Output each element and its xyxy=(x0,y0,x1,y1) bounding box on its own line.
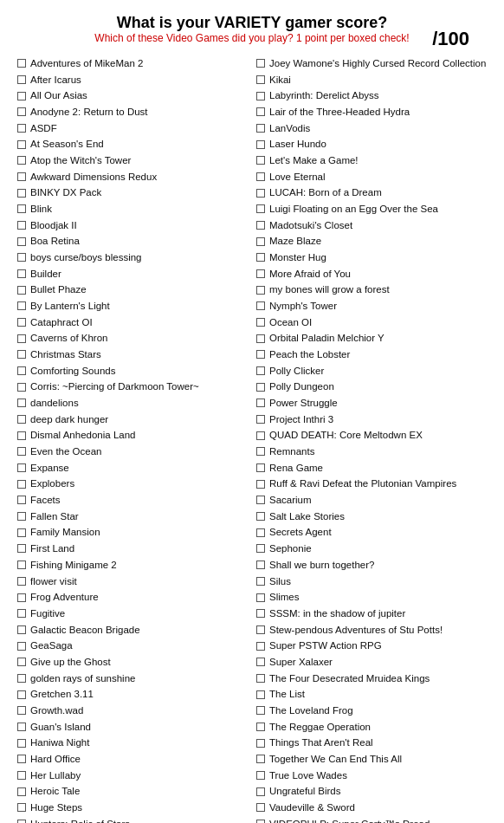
list-item[interactable]: Bullet Phaze xyxy=(17,282,248,297)
checkbox[interactable] xyxy=(256,301,265,310)
list-item[interactable]: my bones will grow a forest xyxy=(256,282,487,297)
checkbox[interactable] xyxy=(256,706,265,715)
checkbox[interactable] xyxy=(256,204,265,213)
checkbox[interactable] xyxy=(256,318,265,327)
checkbox[interactable] xyxy=(256,124,265,133)
list-item[interactable]: True Love Wades xyxy=(256,768,487,783)
list-item[interactable]: Adventures of MikeMan 2 xyxy=(17,56,248,71)
list-item[interactable]: Bloodjak II xyxy=(17,218,248,233)
list-item[interactable]: Joey Wamone's Highly Cursed Record Colle… xyxy=(256,56,487,71)
checkbox[interactable] xyxy=(256,787,265,796)
list-item[interactable]: Expanse xyxy=(17,461,248,476)
list-item[interactable]: Silus xyxy=(256,574,487,589)
list-item[interactable]: All Our Asias xyxy=(17,88,248,103)
checkbox[interactable] xyxy=(256,75,265,84)
list-item[interactable]: deep dark hunger xyxy=(17,412,248,427)
list-item[interactable]: Sacarium xyxy=(256,493,487,508)
checkbox[interactable] xyxy=(256,609,265,618)
checkbox[interactable] xyxy=(17,107,26,116)
list-item[interactable]: Family Mansion xyxy=(17,525,248,540)
list-item[interactable]: golden rays of sunshine xyxy=(17,671,248,686)
checkbox[interactable] xyxy=(256,755,265,763)
checkbox[interactable] xyxy=(256,577,265,586)
checkbox[interactable] xyxy=(256,107,265,116)
list-item[interactable]: Gretchen 3.11 xyxy=(17,687,248,702)
checkbox[interactable] xyxy=(17,820,26,823)
checkbox[interactable] xyxy=(17,609,26,618)
list-item[interactable]: Galactic Beacon Brigade xyxy=(17,623,248,638)
checkbox[interactable] xyxy=(17,221,26,230)
checkbox[interactable] xyxy=(17,480,26,489)
list-item[interactable]: Kikai xyxy=(256,73,487,87)
checkbox[interactable] xyxy=(17,124,26,133)
checkbox[interactable] xyxy=(17,739,26,748)
checkbox[interactable] xyxy=(256,820,265,823)
list-item[interactable]: Caverns of Khron xyxy=(17,331,248,346)
list-item[interactable]: Give up the Ghost xyxy=(17,655,248,670)
checkbox[interactable] xyxy=(17,431,26,440)
list-item[interactable]: Lair of the Three-Headed Hydra xyxy=(256,105,487,120)
checkbox[interactable] xyxy=(256,625,265,634)
list-item[interactable]: Monster Hug xyxy=(256,250,487,265)
checkbox[interactable] xyxy=(17,787,26,796)
checkbox[interactable] xyxy=(256,803,265,812)
checkbox[interactable] xyxy=(17,755,26,763)
list-item[interactable]: SSSM: in the shadow of jupiter xyxy=(256,606,487,621)
list-item[interactable]: Her Lullaby xyxy=(17,768,248,783)
checkbox[interactable] xyxy=(17,463,26,472)
checkbox[interactable] xyxy=(17,593,26,602)
checkbox[interactable] xyxy=(256,447,265,456)
list-item[interactable]: Luigi Floating on an Egg Over the Sea xyxy=(256,202,487,217)
checkbox[interactable] xyxy=(17,544,26,553)
checkbox[interactable] xyxy=(256,334,265,343)
checkbox[interactable] xyxy=(17,642,26,651)
checkbox[interactable] xyxy=(17,156,26,165)
list-item[interactable]: Blink xyxy=(17,202,248,217)
checkbox[interactable] xyxy=(256,59,265,68)
list-item[interactable]: Facets xyxy=(17,493,248,508)
list-item[interactable]: At Season's End xyxy=(17,137,248,152)
list-item[interactable]: LanVodis xyxy=(256,121,487,136)
checkbox[interactable] xyxy=(256,286,265,295)
checkbox[interactable] xyxy=(256,690,265,699)
checkbox[interactable] xyxy=(256,674,265,683)
list-item[interactable]: Orbital Paladin Melchior Y xyxy=(256,331,487,346)
list-item[interactable]: Remnants xyxy=(256,444,487,459)
list-item[interactable]: Salt Lake Stories xyxy=(256,509,487,524)
checkbox[interactable] xyxy=(256,366,265,375)
list-item[interactable]: Stew-pendous Adventures of Stu Potts! xyxy=(256,623,487,638)
list-item[interactable]: Polly Dungeon xyxy=(256,379,487,394)
checkbox[interactable] xyxy=(17,415,26,424)
list-item[interactable]: Ungrateful Birds xyxy=(256,784,487,799)
checkbox[interactable] xyxy=(256,561,265,569)
list-item[interactable]: Peach the Lobster xyxy=(256,347,487,362)
list-item[interactable]: Fugitive xyxy=(17,606,248,621)
list-item[interactable]: Fallen Star xyxy=(17,509,248,524)
list-item[interactable]: Vaudeville & Sword xyxy=(256,800,487,815)
checkbox[interactable] xyxy=(256,140,265,149)
list-item[interactable]: Fishing Minigame 2 xyxy=(17,558,248,573)
checkbox[interactable] xyxy=(256,221,265,230)
list-item[interactable]: Growth.wad xyxy=(17,703,248,718)
checkbox[interactable] xyxy=(17,528,26,537)
checkbox[interactable] xyxy=(256,237,265,246)
list-item[interactable]: Frog Adventure xyxy=(17,590,248,605)
list-item[interactable]: Even the Ocean xyxy=(17,444,248,459)
checkbox[interactable] xyxy=(17,286,26,295)
list-item[interactable]: Sephonie xyxy=(256,541,487,556)
list-item[interactable]: QUAD DEATH: Core Meltodwn EX xyxy=(256,428,487,443)
list-item[interactable]: Christmas Stars xyxy=(17,347,248,362)
list-item[interactable]: boys curse/boys blessing xyxy=(17,250,248,265)
list-item[interactable]: Love Eternal xyxy=(256,170,487,185)
checkbox[interactable] xyxy=(17,253,26,262)
list-item[interactable]: Anodyne 2: Return to Dust xyxy=(17,105,248,120)
list-item[interactable]: Rena Game xyxy=(256,461,487,476)
checkbox[interactable] xyxy=(17,690,26,699)
list-item[interactable]: First Land xyxy=(17,541,248,556)
checkbox[interactable] xyxy=(256,496,265,504)
list-item[interactable]: Guan's Island xyxy=(17,720,248,735)
list-item[interactable]: Nymph's Tower xyxy=(256,299,487,314)
list-item[interactable]: Things That Aren't Real xyxy=(256,736,487,750)
list-item[interactable]: Hard Office xyxy=(17,752,248,767)
checkbox[interactable] xyxy=(17,92,26,100)
